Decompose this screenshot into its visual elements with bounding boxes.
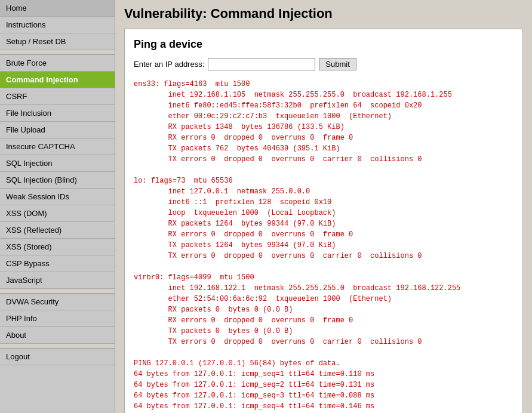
sidebar-separator-2: [0, 289, 115, 294]
main-content: Vulnerability: Command Injection Ping a …: [115, 0, 532, 413]
ip-input[interactable]: [208, 58, 315, 70]
sidebar-item-javascript[interactable]: JavaScript: [0, 272, 115, 289]
submit-button[interactable]: Submit: [319, 58, 356, 70]
sidebar-separator-1: [0, 50, 115, 55]
sidebar-item-dvwa-security[interactable]: DVWA Security: [0, 294, 115, 310]
sidebar-item-instructions[interactable]: Instructions: [0, 17, 115, 33]
sidebar-item-csrf[interactable]: CSRF: [0, 88, 115, 105]
content-box: Ping a device Enter an IP address: Submi…: [124, 29, 523, 413]
sidebar-item-sql-injection-blind[interactable]: SQL Injection (Blind): [0, 172, 115, 189]
ip-label: Enter an IP address:: [134, 60, 204, 69]
sidebar-item-logout[interactable]: Logout: [0, 349, 115, 365]
ip-input-row: Enter an IP address: Submit: [134, 58, 513, 70]
sidebar-item-weak-session-ids[interactable]: Weak Session IDs: [0, 189, 115, 205]
page-title: Vulnerability: Command Injection: [124, 6, 523, 21]
command-output: ens33: flags=4163 mtu 1500 inet 192.168.…: [134, 79, 513, 413]
sidebar-item-command-injection[interactable]: Command Injection: [0, 72, 115, 88]
sidebar-item-sql-injection[interactable]: SQL Injection: [0, 155, 115, 172]
sidebar-item-brute-force[interactable]: Brute Force: [0, 55, 115, 72]
sidebar-item-xss-stored[interactable]: XSS (Stored): [0, 239, 115, 255]
sidebar-item-xss-dom[interactable]: XSS (DOM): [0, 205, 115, 222]
sidebar-item-file-upload[interactable]: File Upload: [0, 122, 115, 138]
sidebar-item-about[interactable]: About: [0, 327, 115, 344]
sidebar-item-php-info[interactable]: PHP Info: [0, 310, 115, 327]
sidebar: Home Instructions Setup / Reset DB Brute…: [0, 0, 115, 413]
section-title: Ping a device: [134, 38, 513, 51]
sidebar-separator-3: [0, 344, 115, 349]
sidebar-item-insecure-captcha[interactable]: Insecure CAPTCHA: [0, 138, 115, 155]
sidebar-item-xss-reflected[interactable]: XSS (Reflected): [0, 222, 115, 239]
sidebar-item-home[interactable]: Home: [0, 0, 115, 17]
sidebar-item-setup[interactable]: Setup / Reset DB: [0, 33, 115, 50]
sidebar-item-file-inclusion[interactable]: File Inclusion: [0, 105, 115, 122]
sidebar-item-csp-bypass[interactable]: CSP Bypass: [0, 255, 115, 272]
